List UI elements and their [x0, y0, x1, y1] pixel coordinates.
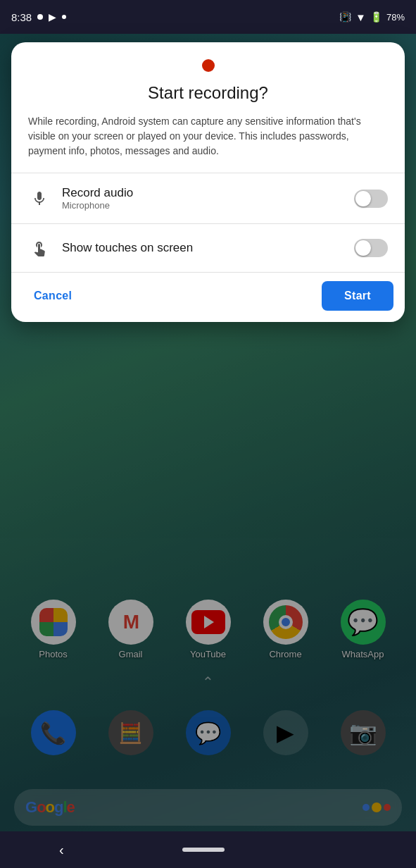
- status-bar: 8:38 ▶ 📳 ▼ 🔋 78%: [0, 0, 416, 34]
- notification-dot-1: [37, 14, 43, 20]
- vibrate-icon: 📳: [339, 11, 351, 23]
- mic-icon: [28, 187, 51, 210]
- wifi-icon: ▼: [355, 11, 366, 23]
- cancel-button[interactable]: Cancel: [23, 283, 83, 309]
- record-indicator: [28, 59, 388, 72]
- dialog-content: Start recording? While recording, Androi…: [11, 42, 405, 272]
- battery-percentage: 78%: [386, 12, 405, 23]
- home-pill[interactable]: [182, 848, 225, 852]
- status-right: 📳 ▼ 🔋 78%: [339, 11, 405, 23]
- record-audio-option: Record audio Microphone: [28, 173, 388, 223]
- notification-dot-2: [62, 15, 66, 19]
- dialog-title: Start recording?: [28, 83, 388, 103]
- youtube-icon-status: ▶: [49, 11, 56, 23]
- record-audio-text: Record audio Microphone: [62, 186, 343, 211]
- show-touches-toggle[interactable]: [354, 239, 388, 257]
- record-audio-label: Record audio: [62, 186, 343, 200]
- start-button[interactable]: Start: [322, 281, 393, 311]
- record-audio-toggle[interactable]: [354, 190, 388, 208]
- record-audio-sublabel: Microphone: [62, 200, 343, 211]
- show-touches-label: Show touches on screen: [62, 241, 343, 255]
- red-dot: [202, 59, 215, 72]
- show-touches-option: Show touches on screen: [28, 224, 388, 272]
- nav-bar: ‹ ⬛: [0, 831, 416, 868]
- dialog-buttons: Cancel Start: [11, 273, 405, 322]
- recording-dialog: Start recording? While recording, Androi…: [11, 42, 405, 322]
- dialog-description: While recording, Android system can capt…: [28, 114, 388, 159]
- back-button[interactable]: ‹: [59, 842, 64, 858]
- touch-icon: [28, 237, 51, 259]
- battery-icon: 🔋: [370, 11, 382, 23]
- time-display: 8:38: [11, 11, 32, 23]
- show-touches-text: Show touches on screen: [62, 241, 343, 255]
- status-left: 8:38 ▶: [11, 11, 66, 23]
- recents-button[interactable]: ⬛: [343, 843, 357, 857]
